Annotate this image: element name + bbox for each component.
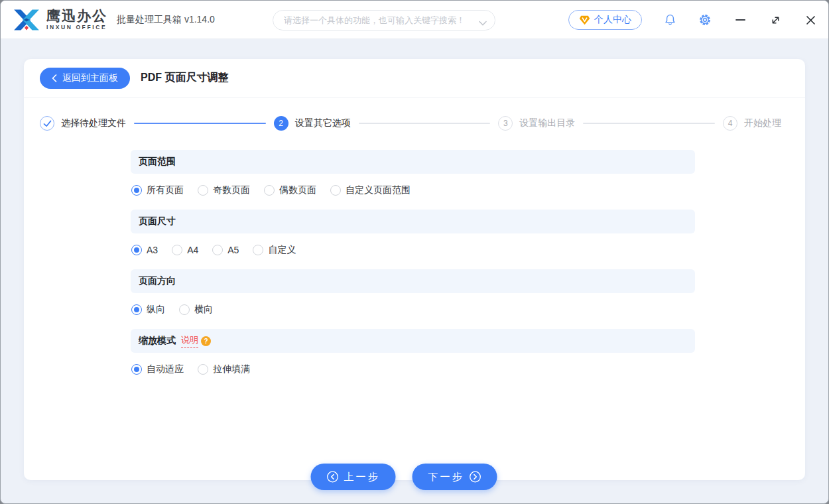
previous-step-label: 上一步 [344, 471, 380, 483]
step-2-label: 设置其它选项 [295, 117, 351, 129]
app-logo: 鹰迅办公 INXUN OFFICE [13, 8, 107, 32]
settings-gear-icon[interactable] [698, 13, 712, 27]
next-step-button[interactable]: 下一步 [413, 464, 497, 490]
close-button-icon[interactable] [803, 13, 818, 27]
back-button-label: 返回到主面板 [62, 72, 118, 84]
back-to-dashboard-button[interactable]: 返回到主面板 [40, 68, 130, 89]
step-connector [359, 123, 491, 124]
radio-icon [198, 364, 208, 375]
radio-icon [131, 304, 142, 315]
next-step-label: 下一步 [428, 471, 464, 483]
step-2-number: 2 [274, 116, 288, 131]
section-header: 页面方向 [131, 269, 695, 293]
section-page-size: 页面尺寸 A3 A4 A5 [131, 210, 695, 256]
step-4-number: 4 [723, 116, 737, 131]
personal-center-label: 个人中心 [594, 14, 631, 26]
logo-x-icon [13, 8, 40, 32]
orientation-options: 纵向 横向 [131, 303, 695, 316]
section-header: 缩放模式 说明 ? [131, 329, 695, 353]
step-3-number: 3 [498, 116, 513, 131]
toolbox-title: 批量处理工具箱 v1.14.0 [117, 14, 215, 26]
radio-icon [198, 185, 208, 196]
notification-bell-icon[interactable] [663, 13, 677, 27]
step-2-other-options: 2 设置其它选项 [274, 116, 359, 131]
page-title: PDF 页面尺寸调整 [141, 71, 228, 85]
chevron-down-icon[interactable] [479, 17, 487, 29]
section-page-range: 页面范围 所有页面 奇数页面 偶数页面 [131, 150, 695, 196]
logo-name-cn: 鹰迅办公 [46, 9, 107, 23]
section-title: 缩放模式 [139, 335, 176, 347]
main-card: 返回到主面板 PDF 页面尺寸调整 选择待处理文件 2 设置其它选项 [24, 59, 805, 480]
previous-step-button[interactable]: 上一步 [311, 464, 396, 490]
content-area: 返回到主面板 PDF 页面尺寸调整 选择待处理文件 2 设置其它选项 [1, 39, 828, 503]
radio-landscape[interactable]: 横向 [179, 304, 213, 316]
radio-icon [212, 245, 223, 255]
vip-gem-icon [579, 15, 590, 25]
titlebar-controls: 个人中心 [568, 1, 818, 39]
radio-custom-range[interactable]: 自定义页面范围 [330, 184, 411, 196]
step-4-start-process: 4 开始处理 [723, 116, 789, 131]
section-header: 页面尺寸 [131, 210, 695, 233]
radio-size-a3[interactable]: A3 [131, 245, 158, 255]
scale-mode-options: 自动适应 拉伸填满 [131, 363, 695, 375]
radio-odd-pages[interactable]: 奇数页面 [198, 184, 250, 196]
radio-icon [172, 245, 182, 255]
logo-name-en: INXUN OFFICE [46, 25, 107, 31]
title-bar: 鹰迅办公 INXUN OFFICE 批量处理工具箱 v1.14.0 个人中心 [1, 1, 828, 39]
scale-mode-help-link[interactable]: 说明 [181, 334, 198, 347]
section-page-orientation: 页面方向 纵向 横向 [131, 269, 695, 316]
step-wizard: 选择待处理文件 2 设置其它选项 3 设置输出目录 4 开始处理 [24, 97, 805, 149]
radio-icon [264, 185, 275, 196]
radio-icon [131, 245, 142, 255]
section-scale-mode: 缩放模式 说明 ? 自动适应 拉伸填满 [131, 329, 695, 375]
step-1-select-files: 选择待处理文件 [40, 116, 134, 131]
chevron-left-icon [52, 74, 57, 82]
options-form: 页面范围 所有页面 奇数页面 偶数页面 [131, 149, 695, 375]
radio-portrait[interactable]: 纵向 [131, 304, 165, 316]
radio-auto-fit[interactable]: 自动适应 [131, 363, 184, 375]
step-3-output-dir: 3 设置输出目录 [498, 116, 583, 131]
step-connector [583, 123, 715, 124]
radio-size-custom[interactable]: 自定义 [253, 244, 296, 256]
logo-wordmark: 鹰迅办公 INXUN OFFICE [46, 9, 107, 31]
radio-icon [330, 185, 341, 196]
section-header: 页面范围 [131, 150, 695, 174]
card-header: 返回到主面板 PDF 页面尺寸调整 [24, 59, 805, 97]
search-input[interactable] [273, 10, 495, 31]
radio-all-pages[interactable]: 所有页面 [131, 184, 184, 196]
radio-icon [253, 245, 263, 255]
radio-size-a5[interactable]: A5 [212, 245, 239, 255]
page-size-options: A3 A4 A5 自定义 [131, 243, 695, 256]
app-window: 鹰迅办公 INXUN OFFICE 批量处理工具箱 v1.14.0 个人中心 [0, 0, 829, 504]
minimize-button-icon[interactable] [733, 13, 747, 27]
section-title: 页面范围 [139, 156, 176, 168]
radio-icon [179, 304, 190, 315]
step-4-label: 开始处理 [744, 117, 781, 129]
step-1-label: 选择待处理文件 [61, 117, 126, 129]
section-title: 页面尺寸 [139, 216, 176, 227]
step-check-icon [40, 116, 54, 131]
step-3-label: 设置输出目录 [519, 117, 575, 129]
section-title: 页面方向 [139, 275, 176, 287]
radio-icon [131, 364, 142, 375]
radio-even-pages[interactable]: 偶数页面 [264, 184, 316, 196]
step-connector [134, 123, 266, 124]
personal-center-button[interactable]: 个人中心 [568, 10, 642, 30]
function-search [273, 10, 495, 31]
question-mark-icon[interactable]: ? [201, 336, 211, 346]
radio-size-a4[interactable]: A4 [172, 245, 198, 255]
radio-stretch-fill[interactable]: 拉伸填满 [198, 363, 250, 375]
radio-icon [131, 185, 142, 196]
maximize-button-icon[interactable] [768, 13, 783, 27]
circle-arrow-right-icon [470, 471, 481, 483]
wizard-nav-buttons: 上一步 下一步 [311, 464, 497, 490]
page-range-options: 所有页面 奇数页面 偶数页面 自定义页面范围 [131, 184, 695, 196]
circle-arrow-left-icon [327, 471, 339, 483]
